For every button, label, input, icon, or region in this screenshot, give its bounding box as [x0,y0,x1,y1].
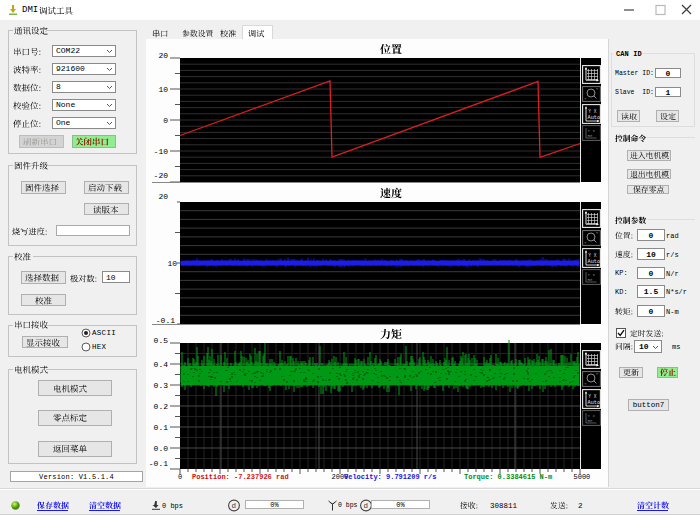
svg-text:Y X: Y X [588,394,597,399]
svg-text:Y x: Y x [587,414,595,418]
svg-text:d: d [363,502,368,510]
svg-text:d: d [232,502,237,510]
svg-text:Re: Re [587,419,593,423]
svg-text:Auto: Auto [587,399,599,405]
